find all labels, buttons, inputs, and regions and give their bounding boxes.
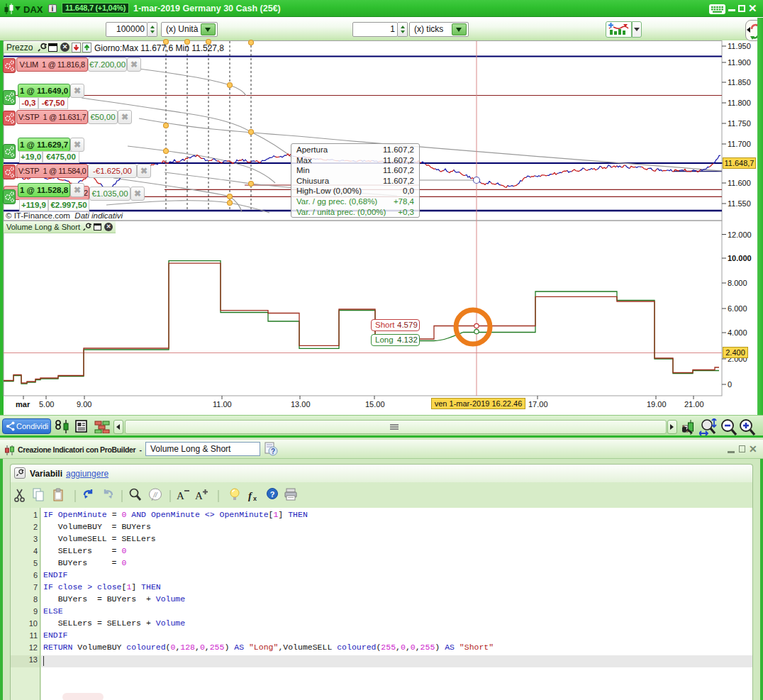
svg-text:x: x [253,495,257,502]
svg-text:?: ? [270,490,275,499]
svg-text:A: A [177,490,184,501]
svg-text:?: ? [271,448,275,455]
svg-text:A: A [195,490,203,501]
svg-text:f: f [248,490,253,501]
